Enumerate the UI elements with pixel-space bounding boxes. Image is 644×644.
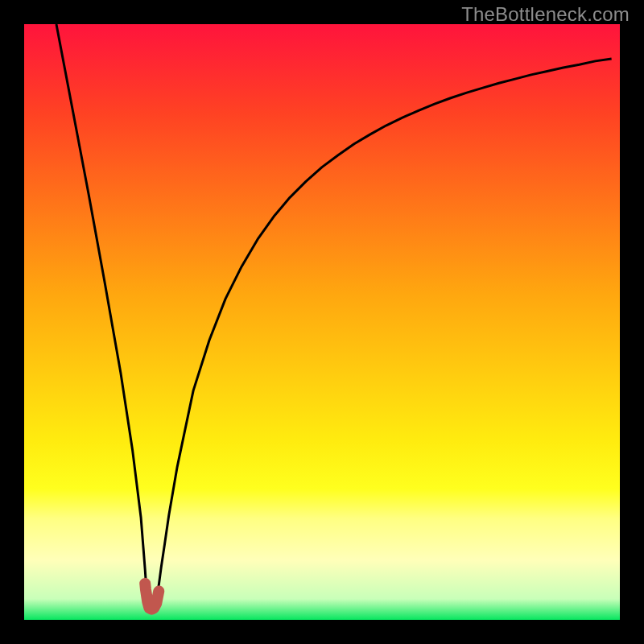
gradient-background xyxy=(24,24,620,620)
chart-svg xyxy=(0,0,644,644)
watermark-text: TheBottleneck.com xyxy=(461,3,630,26)
chart-canvas: TheBottleneck.com xyxy=(0,0,644,644)
